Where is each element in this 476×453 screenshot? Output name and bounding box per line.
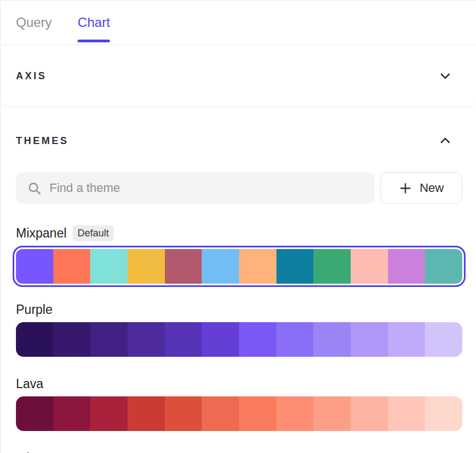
color-swatch (313, 396, 351, 431)
theme-name: Mist (16, 451, 39, 453)
search-icon (27, 181, 42, 196)
theme-item[interactable]: Lava (16, 374, 462, 431)
color-swatch (53, 322, 91, 357)
theme-swatches[interactable] (13, 246, 466, 287)
theme-label-row: Mixpanel Default (16, 224, 462, 242)
theme-label-row: Purple (16, 300, 462, 319)
axis-section-title: AXIS (16, 69, 47, 83)
color-swatch (276, 249, 314, 284)
color-swatch (239, 249, 276, 284)
color-swatch (425, 396, 462, 431)
color-swatch (351, 322, 388, 357)
color-swatch (425, 249, 462, 284)
theme-swatch-row (16, 396, 462, 431)
theme-default-badge: Default (73, 225, 114, 241)
color-swatch (276, 396, 314, 431)
theme-swatches[interactable] (16, 322, 462, 357)
color-swatch (90, 249, 128, 284)
chevron-down-icon[interactable] (439, 69, 452, 82)
theme-swatches[interactable] (16, 396, 462, 431)
tab-chart-label: Chart (78, 15, 110, 30)
color-swatch (202, 249, 239, 284)
chevron-up-icon[interactable] (439, 134, 452, 147)
tab-query-label: Query (16, 15, 52, 30)
theme-name: Mixpanel (16, 226, 67, 241)
new-theme-button-label: New (419, 181, 444, 195)
color-swatch (239, 396, 276, 431)
theme-item[interactable]: Purple (16, 300, 462, 357)
theme-label-row: Lava (16, 374, 462, 393)
color-swatch (128, 249, 165, 284)
themes-section: THEMES New Mixpanel Defa (1, 107, 476, 453)
color-swatch (239, 322, 276, 357)
color-swatch (128, 396, 165, 431)
color-swatch (313, 322, 351, 357)
color-swatch (165, 249, 202, 284)
themes-section-title: THEMES (16, 134, 69, 148)
theme-search-row: New (16, 172, 462, 204)
axis-section-header[interactable]: AXIS (1, 45, 476, 107)
color-swatch (128, 322, 165, 357)
themes-section-header[interactable]: THEMES (1, 107, 476, 148)
theme-item[interactable]: Mist (16, 449, 462, 453)
color-swatch (351, 249, 388, 284)
theme-search-input[interactable] (49, 181, 366, 195)
color-swatch (313, 249, 351, 284)
theme-swatch-row (16, 322, 462, 357)
theme-name: Purple (16, 302, 52, 317)
theme-swatch-row (16, 249, 462, 284)
tab-chart[interactable]: Chart (78, 1, 110, 45)
color-swatch (425, 322, 462, 357)
plus-icon (398, 181, 412, 195)
color-swatch (388, 249, 425, 284)
theme-name: Lava (16, 377, 43, 391)
tab-query[interactable]: Query (16, 1, 52, 45)
color-swatch (90, 322, 128, 357)
tab-bar: Query Chart (1, 1, 476, 45)
color-swatch (351, 396, 388, 431)
color-swatch (388, 322, 425, 357)
color-swatch (276, 322, 314, 357)
color-swatch (53, 396, 91, 431)
color-swatch (165, 322, 202, 357)
theme-label-row: Mist (16, 449, 462, 453)
theme-list: Mixpanel Default Purple Lava Mist (16, 224, 462, 453)
color-swatch (388, 396, 425, 431)
color-swatch (90, 396, 128, 431)
color-swatch (16, 396, 53, 431)
chart-settings-panel: Query Chart AXIS THEMES (0, 0, 476, 453)
color-swatch (16, 322, 53, 357)
color-swatch (165, 396, 202, 431)
theme-search-box[interactable] (16, 172, 375, 204)
new-theme-button[interactable]: New (380, 172, 462, 204)
active-tab-underline (78, 40, 110, 42)
color-swatch (202, 396, 239, 431)
color-swatch (202, 322, 239, 357)
color-swatch (16, 249, 53, 284)
color-swatch (53, 249, 91, 284)
theme-item[interactable]: Mixpanel Default (16, 224, 462, 287)
